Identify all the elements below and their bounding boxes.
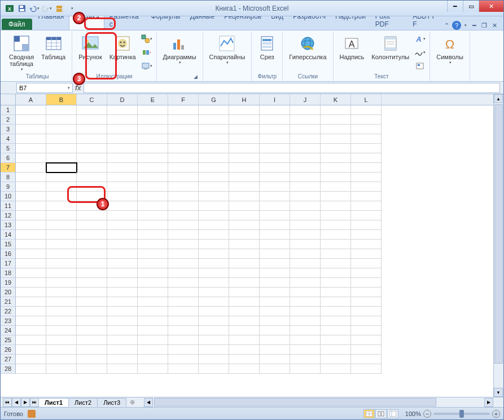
cell-H16[interactable] — [229, 249, 260, 259]
cell-E23[interactable] — [138, 316, 168, 326]
cell-J7[interactable] — [290, 163, 321, 173]
pivot-table-button[interactable]: Сводная таблица ▾ — [6, 33, 37, 72]
cell-A15[interactable] — [16, 240, 46, 249]
cell-K27[interactable] — [321, 355, 351, 364]
col-header-J[interactable]: J — [290, 94, 321, 105]
cell-A20[interactable] — [16, 288, 46, 297]
cell-K19[interactable] — [321, 278, 351, 288]
cell-J20[interactable] — [290, 288, 321, 297]
minimize-button[interactable]: ━ — [447, 1, 463, 12]
cell-I26[interactable] — [260, 345, 290, 355]
cell-G8[interactable] — [199, 173, 229, 182]
cell-D16[interactable] — [107, 249, 138, 259]
cell-C6[interactable] — [77, 153, 107, 163]
file-tab[interactable]: Файл — [2, 19, 32, 30]
cell-D10[interactable] — [107, 192, 138, 201]
cell-C26[interactable] — [77, 345, 107, 355]
cell-L9[interactable] — [351, 182, 382, 192]
cell-E22[interactable] — [138, 307, 168, 316]
cell-K28[interactable] — [321, 364, 351, 374]
cell-I1[interactable] — [260, 105, 290, 115]
cell-D27[interactable] — [107, 355, 138, 364]
cell-A13[interactable] — [16, 220, 46, 230]
cell-F27[interactable] — [168, 355, 199, 364]
cell-J13[interactable] — [290, 220, 321, 230]
cell-L23[interactable] — [351, 316, 382, 326]
cell-F25[interactable] — [168, 335, 199, 345]
col-header-G[interactable]: G — [199, 94, 229, 105]
cell-K10[interactable] — [321, 192, 351, 201]
cell-L1[interactable] — [351, 105, 382, 115]
cell-B8[interactable] — [46, 173, 77, 182]
cell-B17[interactable] — [46, 259, 77, 268]
smartart-icon[interactable] — [141, 46, 153, 59]
row-header-15[interactable]: 15 — [1, 240, 15, 249]
cell-L5[interactable] — [351, 144, 382, 153]
cell-G20[interactable] — [199, 288, 229, 297]
cell-B14[interactable] — [46, 230, 77, 240]
horizontal-scrollbar[interactable]: ◀ ▶ — [144, 398, 493, 407]
cell-F20[interactable] — [168, 288, 199, 297]
cell-B15[interactable] — [46, 240, 77, 249]
cell-G23[interactable] — [199, 316, 229, 326]
cell-C27[interactable] — [77, 355, 107, 364]
cell-G4[interactable] — [199, 134, 229, 144]
cell-B27[interactable] — [46, 355, 77, 364]
cell-A14[interactable] — [16, 230, 46, 240]
cell-A7[interactable] — [16, 163, 46, 173]
cell-E12[interactable] — [138, 211, 168, 220]
page-layout-view-icon[interactable] — [375, 409, 387, 418]
cell-F15[interactable] — [168, 240, 199, 249]
cell-L26[interactable] — [351, 345, 382, 355]
cell-L25[interactable] — [351, 335, 382, 345]
cell-G18[interactable] — [199, 268, 229, 278]
cell-E18[interactable] — [138, 268, 168, 278]
cell-F3[interactable] — [168, 125, 199, 134]
cell-B7[interactable] — [46, 163, 77, 173]
cell-H2[interactable] — [229, 115, 260, 125]
cell-C9[interactable] — [77, 182, 107, 192]
cell-G21[interactable] — [199, 297, 229, 307]
cell-K11[interactable] — [321, 201, 351, 211]
cell-G19[interactable] — [199, 278, 229, 288]
cell-F22[interactable] — [168, 307, 199, 316]
cell-I19[interactable] — [260, 278, 290, 288]
cell-I13[interactable] — [260, 220, 290, 230]
cell-L24[interactable] — [351, 326, 382, 335]
cell-I20[interactable] — [260, 288, 290, 297]
cell-L16[interactable] — [351, 249, 382, 259]
select-all-corner[interactable] — [1, 94, 16, 105]
cell-L4[interactable] — [351, 134, 382, 144]
cell-E7[interactable] — [138, 163, 168, 173]
cell-E17[interactable] — [138, 259, 168, 268]
cell-E4[interactable] — [138, 134, 168, 144]
cell-E19[interactable] — [138, 278, 168, 288]
cell-F18[interactable] — [168, 268, 199, 278]
cell-E27[interactable] — [138, 355, 168, 364]
cell-B12[interactable] — [46, 211, 77, 220]
close-button[interactable]: ✕ — [479, 1, 503, 12]
cell-G25[interactable] — [199, 335, 229, 345]
cell-I16[interactable] — [260, 249, 290, 259]
cell-K24[interactable] — [321, 326, 351, 335]
cell-C1[interactable] — [77, 105, 107, 115]
cell-K1[interactable] — [321, 105, 351, 115]
cell-A9[interactable] — [16, 182, 46, 192]
cell-H20[interactable] — [229, 288, 260, 297]
cell-K5[interactable] — [321, 144, 351, 153]
cell-D17[interactable] — [107, 259, 138, 268]
scroll-right-icon[interactable]: ▶ — [484, 398, 493, 407]
cell-F5[interactable] — [168, 144, 199, 153]
cell-D5[interactable] — [107, 144, 138, 153]
cell-E5[interactable] — [138, 144, 168, 153]
cell-C12[interactable] — [77, 211, 107, 220]
cell-K6[interactable] — [321, 153, 351, 163]
cell-C21[interactable] — [77, 297, 107, 307]
cell-F16[interactable] — [168, 249, 199, 259]
row-header-14[interactable]: 14 — [1, 230, 15, 240]
cell-C3[interactable] — [77, 125, 107, 134]
cell-B5[interactable] — [46, 144, 77, 153]
cell-J10[interactable] — [290, 192, 321, 201]
cell-J8[interactable] — [290, 173, 321, 182]
qat-customize-icon[interactable] — [54, 3, 65, 14]
